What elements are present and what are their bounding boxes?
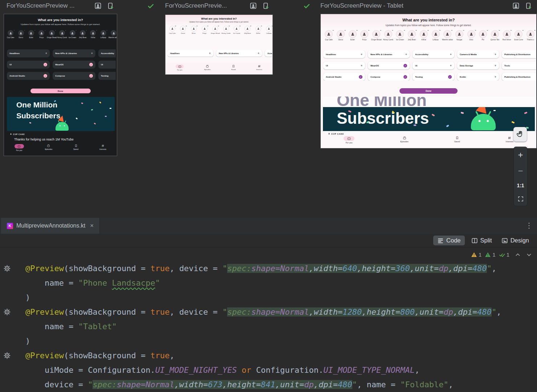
code-line[interactable]: @Preview(showBackground = true, xyxy=(0,348,537,363)
avatar-circle: + xyxy=(223,26,229,32)
next-problem-icon[interactable] xyxy=(526,252,532,258)
view-mode-design[interactable]: Design xyxy=(499,236,532,245)
banner-top: One Million xyxy=(323,97,535,107)
topic-chip: WearOS✓ xyxy=(53,61,95,69)
run-preview-icon[interactable] xyxy=(107,2,114,9)
topic-chip: Compose✓ xyxy=(368,73,410,81)
confetti-piece xyxy=(91,109,93,110)
topic-avatar: +Jelly Bean xyxy=(242,26,253,34)
add-icon: + xyxy=(45,52,47,55)
nav-icon-wrap xyxy=(74,144,78,147)
avatar-label: Honey Comb xyxy=(383,39,393,41)
topic-avatar: +Pie xyxy=(477,30,489,41)
add-icon: + xyxy=(487,30,488,32)
interactive-preview-icon[interactable] xyxy=(250,2,257,9)
zoom-to-fit-button[interactable] xyxy=(517,196,524,202)
editor-gutter xyxy=(0,290,25,305)
preview-settings-gear-icon[interactable] xyxy=(3,308,11,316)
code-line[interactable]: ) xyxy=(0,334,537,348)
nav-label: Saved xyxy=(73,148,78,150)
topic-avatar: +KitKat xyxy=(253,26,264,34)
add-icon: + xyxy=(185,26,187,27)
preview-settings-gear-icon[interactable] xyxy=(3,352,11,359)
pan-tool-button[interactable] xyxy=(513,127,527,142)
weak-warnings-indicator[interactable]: 1 xyxy=(485,252,495,258)
add-icon: + xyxy=(250,26,251,27)
selected-pill xyxy=(344,136,354,141)
preview-title-phone-landscape[interactable]: ForYouScreenPrevie... xyxy=(165,2,227,9)
warnings-indicator[interactable]: 1 xyxy=(471,252,481,258)
avatar-circle: + xyxy=(90,30,96,36)
editor-tab[interactable]: K MultipreviewAnnotations.kt × xyxy=(1,218,100,234)
prev-problem-icon[interactable] xyxy=(515,252,521,258)
zoom-out-button[interactable]: − xyxy=(518,167,523,175)
topic-avatar: +Cup Cake xyxy=(167,26,178,34)
avatar-label: KitKat xyxy=(256,32,260,34)
preview-settings-gear-icon[interactable] xyxy=(3,265,11,272)
avatar-circle: + xyxy=(491,30,499,38)
zoom-in-button[interactable]: + xyxy=(518,151,523,159)
topic-avatar: +Donut xyxy=(335,30,347,41)
more-options-icon[interactable]: ⋮ xyxy=(525,221,533,230)
topic-avatar: +KitKat xyxy=(88,30,98,38)
topic-avatar: +Nougat xyxy=(454,30,466,41)
zoom-ratio-button[interactable]: 1:1 xyxy=(517,183,524,188)
code-text[interactable]: name = "Phone Landsacpe" xyxy=(25,276,160,290)
interactive-preview-icon[interactable] xyxy=(94,2,102,9)
code-text[interactable]: device = "spec:shape=Normal,width=673,he… xyxy=(25,377,453,392)
code-text[interactable]: uiMode = Configuration.UI_MODE_NIGHT_YES… xyxy=(25,363,419,377)
code-line[interactable]: @Preview(showBackground = true, device =… xyxy=(0,305,537,319)
topic-avatar: +Froyo xyxy=(358,30,370,41)
code-line[interactable]: @Preview(showBackground = true, device =… xyxy=(0,261,537,276)
code-line[interactable]: device = "spec:shape=Normal,width=673,he… xyxy=(0,377,537,392)
close-icon[interactable]: × xyxy=(90,222,94,229)
preview-title-phone-dark[interactable]: ForYouScreenPreview ... xyxy=(7,2,74,9)
add-icon: + xyxy=(451,30,452,32)
avatar-circle: + xyxy=(384,30,392,38)
for-you-icon xyxy=(347,137,351,140)
passed-indicator[interactable]: 1 xyxy=(499,252,509,258)
run-preview-icon[interactable] xyxy=(262,2,270,9)
avatar-circle: + xyxy=(80,30,86,36)
avatar-circle: + xyxy=(408,30,416,38)
interactive-preview-icon[interactable] xyxy=(512,2,520,9)
code-line[interactable]: uiMode = Configuration.UI_MODE_NIGHT_YES… xyxy=(0,363,537,377)
code-text[interactable]: ) xyxy=(25,290,30,305)
avatar-circle: + xyxy=(8,30,13,36)
nav-item-episodes: Episodes xyxy=(204,65,211,70)
avatar-label: Lollipop xyxy=(266,32,271,34)
preview-thumbnail-tablet[interactable]: What are you interested in? Updates from… xyxy=(320,14,537,148)
topic-chip: Compose✓ xyxy=(53,72,95,80)
code-text[interactable]: ) xyxy=(25,334,30,348)
check-icon: ✓ xyxy=(44,74,47,78)
code-line[interactable]: name = "Phone Landsacpe" xyxy=(0,276,537,290)
nav-label: Interests xyxy=(256,69,262,70)
chip-label: UI xyxy=(101,64,103,66)
topic-avatar: +Quince Tart xyxy=(489,30,501,41)
confetti-piece xyxy=(29,122,31,123)
add-icon: + xyxy=(34,30,36,31)
code-line[interactable]: ) xyxy=(0,290,537,305)
avatar-circle: + xyxy=(432,30,440,38)
nav-icon-wrap xyxy=(403,136,406,140)
code-text[interactable]: @Preview(showBackground = true, device =… xyxy=(25,261,496,276)
run-preview-icon[interactable] xyxy=(525,2,532,9)
avatar-circle: + xyxy=(202,26,208,32)
preview-thumbnail-phone-landscape[interactable]: What are you interested in? Updates from… xyxy=(165,15,273,75)
preview-title-tablet[interactable]: ForYouScreenPreview - Tablet xyxy=(320,2,403,9)
code-text[interactable]: @Preview(showBackground = true, xyxy=(25,348,175,363)
code-text[interactable]: @Preview(showBackground = true, device =… xyxy=(25,305,501,319)
topic-avatar: +Donut xyxy=(16,30,26,38)
topic-chip: Headlines+ xyxy=(7,49,50,57)
view-mode-code[interactable]: Code xyxy=(433,236,464,245)
nav-label: For you xyxy=(346,142,353,144)
view-mode-split[interactable]: Split xyxy=(468,236,495,245)
code-editor[interactable]: 1 1 1 @Preview(showBackground = true, de… xyxy=(0,248,537,392)
avatar-label: Cup Cake xyxy=(169,32,176,34)
code-line[interactable]: name = "Tablet" xyxy=(0,319,537,334)
thanks-text: Thanks for helping us reach 1M YouTube xyxy=(14,138,74,141)
preview-thumbnail-phone-dark[interactable]: What are you interested in? Updates from… xyxy=(4,14,117,156)
code-text[interactable]: name = "Tablet" xyxy=(25,319,117,334)
person-icon xyxy=(10,133,12,135)
nav-item-for-you: For you xyxy=(176,65,184,71)
